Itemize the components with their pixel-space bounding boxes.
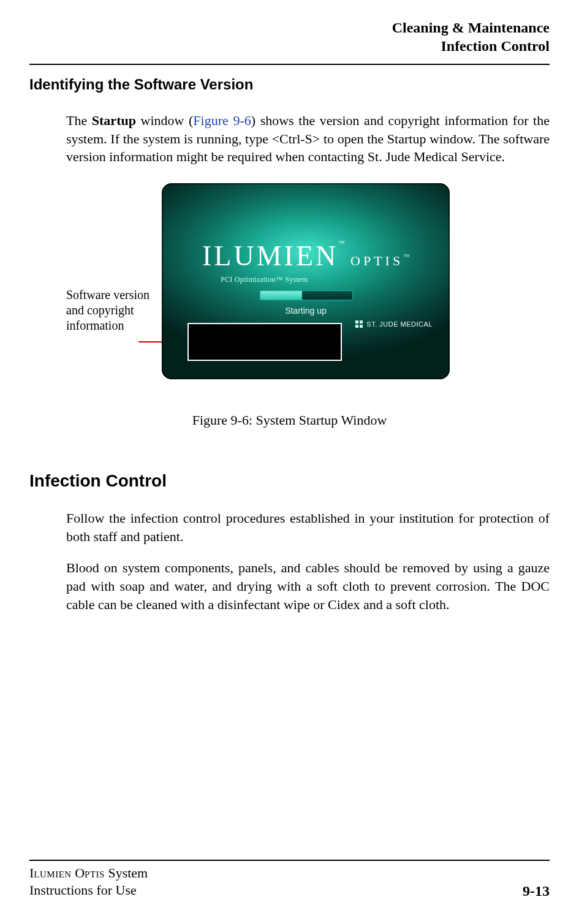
brand-row: ILUMIEN™ OPTIS™ bbox=[162, 240, 450, 272]
st-jude-brand: ST. JUDE MEDICAL bbox=[355, 320, 433, 328]
text-fragment: window ( bbox=[136, 113, 193, 128]
footer-frag: System bbox=[105, 865, 148, 880]
footer-left: Ilumien Optis System Instructions for Us… bbox=[29, 865, 148, 899]
text-fragment: The bbox=[66, 113, 92, 128]
figure-9-6: Software version and copyright informati… bbox=[29, 183, 550, 404]
header-rule bbox=[29, 64, 550, 65]
section1-body: The Startup window (Figure 9-6) shows th… bbox=[66, 112, 550, 166]
svg-rect-3 bbox=[360, 325, 363, 328]
progress-bar bbox=[260, 290, 353, 300]
footer-doc-title: Instructions for Use bbox=[29, 882, 148, 899]
footer-rule bbox=[29, 860, 550, 861]
st-jude-icon bbox=[355, 320, 363, 328]
footer-frag: O bbox=[72, 865, 85, 880]
section2-p2: Blood on system components, panels, and … bbox=[66, 559, 550, 613]
figure-caption: Figure 9-6: System Startup Window bbox=[29, 412, 550, 428]
section2-body: Follow the infection control procedures … bbox=[66, 509, 550, 613]
section-heading-infection: Infection Control bbox=[29, 471, 550, 491]
footer-frag: lumien bbox=[34, 865, 71, 880]
figure-reference-link[interactable]: Figure 9-6 bbox=[193, 113, 251, 128]
header-line2: Infection Control bbox=[29, 37, 550, 55]
header-line1: Cleaning & Maintenance bbox=[29, 18, 550, 37]
callout-label: Software version and copyright informati… bbox=[66, 287, 152, 333]
startup-bold: Startup bbox=[92, 113, 136, 128]
page-footer: Ilumien Optis System Instructions for Us… bbox=[29, 855, 550, 899]
brand-sub-tm: ™ bbox=[403, 253, 409, 260]
svg-rect-0 bbox=[355, 320, 358, 324]
section1-paragraph: The Startup window (Figure 9-6) shows th… bbox=[66, 112, 550, 166]
section-heading-identifying: Identifying the Software Version bbox=[29, 76, 550, 93]
footer-frag: ptis bbox=[85, 865, 105, 880]
tagline: PCI Optimization™ System bbox=[221, 275, 308, 284]
brand-sub-text: OPTIS bbox=[350, 253, 403, 268]
progress-fill bbox=[260, 291, 302, 300]
brand-main-text: ILUMIEN bbox=[202, 240, 338, 271]
brand-sub: OPTIS™ bbox=[350, 253, 409, 269]
version-info-box bbox=[187, 323, 342, 361]
brand-main: ILUMIEN™ bbox=[202, 240, 344, 272]
page-number: 9-13 bbox=[523, 883, 550, 899]
brand-main-tm: ™ bbox=[338, 240, 344, 246]
section2-p1: Follow the infection control procedures … bbox=[66, 509, 550, 545]
st-jude-text: ST. JUDE MEDICAL bbox=[366, 320, 433, 328]
footer-product-name: Ilumien Optis System bbox=[29, 865, 148, 882]
svg-rect-2 bbox=[355, 325, 358, 328]
page-header: Cleaning & Maintenance Infection Control bbox=[29, 18, 550, 55]
starting-label: Starting up bbox=[162, 306, 450, 316]
startup-window: ILUMIEN™ OPTIS™ PCI Optimization™ System… bbox=[162, 183, 450, 379]
svg-rect-1 bbox=[360, 320, 363, 324]
